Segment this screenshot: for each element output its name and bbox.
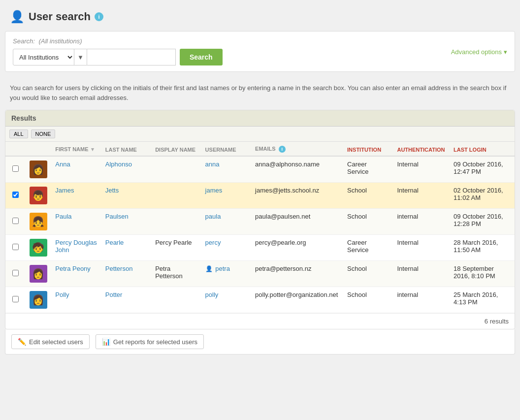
row-username[interactable]: polly [201, 287, 251, 313]
page-info-icon[interactable]: i [95, 12, 103, 21]
table-row: 👦 James Jetts james james@jetts.school.n… [5, 183, 515, 209]
last-name-link[interactable]: Petterson [105, 265, 133, 272]
row-first-name[interactable]: Polly [51, 287, 101, 313]
row-first-name[interactable]: Percy Douglas John [51, 235, 101, 261]
row-last-login: 25 March 2016, 4:13 PM [450, 287, 515, 313]
chart-icon: 📊 [102, 338, 110, 346]
institution-select[interactable]: All Institutions Career Service School [13, 49, 74, 65]
row-authentication: internal [393, 287, 450, 313]
row-display-name [151, 287, 201, 313]
institution-select-wrapper[interactable]: All Institutions Career Service School ▼ [13, 49, 87, 65]
select-none-button[interactable]: NONE [31, 129, 56, 138]
first-name-link[interactable]: James [55, 187, 74, 194]
username-link[interactable]: polly [205, 291, 219, 298]
first-name-link[interactable]: Percy Douglas John [55, 239, 97, 254]
row-checkbox[interactable] [12, 218, 19, 224]
row-last-login: 18 September 2016, 8:10 PM [450, 261, 515, 287]
first-name-link[interactable]: Polly [55, 291, 69, 298]
row-last-name[interactable]: Alphonso [101, 156, 151, 183]
table-row: 👩 Petra Peony Petterson Petra Petterson … [5, 261, 515, 287]
last-name-link[interactable]: Paulsen [105, 213, 129, 220]
row-avatar-cell: 👩 [26, 156, 52, 183]
results-panel: Results ALL NONE FIRST NAME ▾ [5, 110, 515, 329]
edit-selected-button[interactable]: ✏️ Edit selected users [11, 334, 90, 349]
search-panel: Search: (All institutions) All Instituti… [5, 31, 515, 72]
row-authentication: Internal [393, 235, 450, 261]
row-authentication: Internal [393, 156, 450, 183]
row-first-name[interactable]: Paula [51, 209, 101, 235]
search-button[interactable]: Search [180, 49, 223, 65]
reports-button[interactable]: 📊 Get reports for selected users [96, 334, 204, 349]
select-all-button[interactable]: ALL [9, 129, 28, 138]
row-first-name[interactable]: Petra Peony [51, 261, 101, 287]
table-row: 👩 Polly Potter polly polly.potter@organi… [5, 287, 515, 313]
avatar: 🧒 [30, 239, 47, 257]
page-title: User search [29, 10, 91, 23]
row-username[interactable]: anna [201, 156, 251, 183]
username-link[interactable]: petra [215, 265, 230, 272]
avatar: 👦 [30, 187, 47, 204]
last-name-link[interactable]: Jetts [105, 187, 119, 194]
table-row: 👧 Paula Paulsen paula paula@paulsen.net … [5, 209, 515, 235]
row-checkbox[interactable] [12, 270, 19, 276]
search-input[interactable] [87, 49, 176, 65]
col-header-first-name[interactable]: FIRST NAME ▾ [51, 142, 101, 156]
page-wrapper: 👤 User search i Search: (All institution… [0, 0, 520, 420]
person-icon: 👤 [10, 10, 25, 24]
row-checkbox-cell[interactable] [5, 261, 26, 287]
row-username[interactable]: 👤 petra [201, 261, 251, 287]
row-checkbox-cell[interactable] [5, 287, 26, 313]
select-arrow-icon[interactable]: ▼ [74, 49, 87, 65]
username-link[interactable]: paula [205, 213, 221, 220]
row-last-name[interactable]: Paulsen [101, 209, 151, 235]
first-name-link[interactable]: Petra Peony [55, 265, 91, 272]
page-header: 👤 User search i [5, 5, 515, 31]
row-last-name[interactable]: Pearle [101, 235, 151, 261]
last-name-link[interactable]: Alphonso [105, 161, 132, 168]
username-link[interactable]: percy [205, 239, 221, 246]
row-institution: School [343, 209, 393, 235]
username-link[interactable]: james [205, 187, 223, 194]
row-checkbox-cell[interactable] [5, 183, 26, 209]
row-checkbox[interactable] [12, 192, 19, 198]
row-checkbox[interactable] [12, 165, 19, 172]
row-display-name [151, 209, 201, 235]
row-email: james@jetts.school.nz [251, 183, 343, 209]
row-institution: School [343, 261, 393, 287]
row-first-name[interactable]: Anna [51, 156, 101, 183]
row-checkbox-cell[interactable] [5, 156, 26, 183]
select-all-row: ALL NONE [5, 127, 515, 142]
row-username[interactable]: james [201, 183, 251, 209]
table-row: 👩 Anna Alphonso anna anna@alphonso.name … [5, 156, 515, 183]
row-checkbox[interactable] [12, 296, 19, 302]
row-last-name[interactable]: Jetts [101, 183, 151, 209]
last-name-link[interactable]: Potter [105, 291, 123, 298]
col-header-last-name: LAST NAME [101, 142, 151, 156]
avatar: 👩 [30, 161, 47, 178]
row-username[interactable]: percy [201, 235, 251, 261]
last-name-link[interactable]: Pearle [105, 239, 124, 246]
first-name-link[interactable]: Paula [55, 213, 71, 220]
results-tbody: 👩 Anna Alphonso anna anna@alphonso.name … [5, 156, 515, 313]
row-first-name[interactable]: James [51, 183, 101, 209]
row-last-name[interactable]: Petterson [101, 261, 151, 287]
emails-info-icon[interactable]: i [279, 146, 286, 153]
row-email: percy@pearle.org [251, 235, 343, 261]
row-checkbox[interactable] [12, 244, 19, 250]
row-checkbox-cell[interactable] [5, 235, 26, 261]
row-checkbox-cell[interactable] [5, 209, 26, 235]
row-last-name[interactable]: Potter [101, 287, 151, 313]
row-avatar-cell: 👩 [26, 261, 52, 287]
row-authentication: Internal [393, 183, 450, 209]
col-header-institution: INSTITUTION [343, 142, 393, 156]
edit-icon: ✏️ [18, 338, 26, 346]
col-header-avatar [26, 142, 52, 156]
row-email: anna@alphonso.name [251, 156, 343, 183]
username-link[interactable]: anna [205, 161, 220, 168]
row-authentication: internal [393, 209, 450, 235]
first-name-link[interactable]: Anna [55, 161, 70, 168]
col-header-last-login: LAST LOGIN [450, 142, 515, 156]
row-username[interactable]: paula [201, 209, 251, 235]
advanced-options-link[interactable]: Advanced options ▾ [451, 48, 507, 55]
row-display-name: Percy Pearle [151, 235, 201, 261]
